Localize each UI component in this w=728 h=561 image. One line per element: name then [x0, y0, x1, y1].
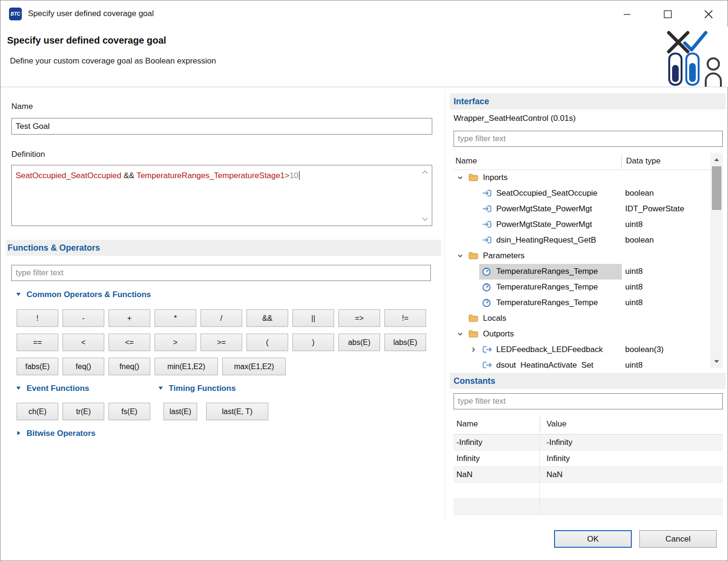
tree-row[interactable]: Locals [454, 311, 723, 326]
interface-filter-input[interactable] [454, 131, 723, 147]
tree-row[interactable]: SeatOccupied_SeatOccupieboolean [454, 186, 723, 201]
tree-row[interactable]: LEDFeedback_LEDFeedbackboolean(3) [454, 342, 723, 358]
column-divider[interactable] [621, 154, 622, 169]
constants-row[interactable]: -Infinity-Infinity [454, 434, 723, 451]
function-button[interactable]: labs(E) [384, 334, 426, 351]
scrollbar-down-button[interactable] [710, 356, 723, 367]
group-common-operators[interactable]: Common Operators & Functions [16, 290, 151, 299]
tree-row[interactable]: dsin_HeatingRequest_GetBboolean [454, 233, 723, 248]
function-button[interactable]: >= [200, 334, 242, 351]
tree-expander[interactable] [456, 174, 464, 181]
function-button[interactable]: feq() [63, 358, 104, 375]
column-divider[interactable] [540, 416, 540, 433]
function-button[interactable]: ( [246, 334, 288, 351]
constants-row[interactable]: NaNNaN [454, 467, 723, 483]
tree-row[interactable]: TemperatureRanges_Tempeuint8 [454, 280, 723, 295]
function-button[interactable]: => [338, 309, 380, 327]
tree-row[interactable]: dsout_HeatingActivate_Setuint8 [454, 358, 723, 368]
constant-name: Infinity [454, 451, 540, 466]
function-button[interactable]: / [200, 309, 242, 327]
constant-name: -Infinity [454, 434, 540, 450]
column-header-value[interactable]: Value [546, 419, 566, 429]
function-button[interactable]: == [17, 334, 58, 351]
function-button[interactable]: fabs(E) [17, 358, 58, 375]
function-button[interactable]: last(E, T) [206, 403, 268, 420]
column-header-datatype[interactable]: Data type [626, 156, 661, 166]
tree-row[interactable]: TemperatureRanges_Tempeuint8 [454, 295, 723, 311]
tree-item-label: SeatOccupied_SeatOccupie [496, 189, 598, 198]
twisty-right-icon [16, 429, 21, 438]
column-header-name[interactable]: Name [455, 156, 477, 166]
function-button[interactable]: max(E1,E2) [222, 358, 286, 375]
outport-icon [482, 361, 492, 368]
expander-closed-icon [470, 346, 477, 353]
constants-table-body: -Infinity-InfinityInfinityInfinityNaNNaN [454, 434, 723, 515]
function-button[interactable]: fneq() [109, 358, 150, 375]
app-icon: BTC [9, 8, 22, 20]
function-button[interactable]: < [63, 334, 104, 351]
function-button[interactable]: > [155, 334, 196, 351]
tree-item-label: PowerMgtState_PowerMgt [496, 204, 592, 214]
constants-filter-input[interactable] [454, 393, 723, 409]
function-button[interactable]: ch(E) [17, 403, 58, 420]
tree-item-datatype: uint8 [625, 282, 643, 292]
function-button[interactable]: min(E1,E2) [155, 358, 218, 375]
scroll-down-arrow[interactable] [420, 216, 429, 222]
tree-expander[interactable] [456, 330, 464, 338]
text-cursor [299, 171, 300, 180]
tree-scrollbar[interactable] [710, 153, 723, 368]
function-button[interactable]: * [155, 309, 196, 327]
scroll-up-arrow[interactable] [420, 169, 429, 175]
function-button[interactable]: + [109, 309, 150, 327]
definition-editor[interactable]: SeatOccupied_SeatOccupied && Temperature… [11, 165, 432, 226]
group-bitwise-operators[interactable]: Bitwise Operators [16, 429, 96, 438]
constant-name [454, 499, 540, 515]
scrollbar-up-button[interactable] [710, 154, 723, 165]
function-button[interactable]: <= [109, 334, 150, 351]
tree-item-label: Locals [483, 314, 506, 323]
cancel-button[interactable]: Cancel [639, 530, 717, 548]
close-button[interactable] [700, 7, 717, 22]
twisty-down-icon [16, 290, 21, 299]
function-button[interactable]: last(E) [164, 403, 197, 420]
tree-row[interactable]: Outports [454, 326, 723, 342]
parameter-icon [482, 283, 491, 292]
function-button[interactable]: - [63, 309, 104, 327]
outport-icon [482, 345, 492, 353]
group-event-functions[interactable]: Event Functions [16, 384, 89, 393]
function-button[interactable]: || [292, 309, 334, 327]
function-button[interactable]: ) [292, 334, 334, 351]
scrollbar-thumb[interactable] [712, 166, 721, 210]
constants-row[interactable] [454, 483, 723, 499]
function-button[interactable]: ! [17, 309, 58, 327]
function-button[interactable]: && [246, 309, 288, 327]
minimize-button[interactable] [619, 7, 636, 22]
functions-filter-input[interactable] [11, 265, 431, 281]
group-timing-functions[interactable]: Timing Functions [158, 384, 236, 393]
twisty-down-icon [158, 384, 164, 393]
tree-expander[interactable] [456, 252, 464, 260]
tree-row[interactable]: PowerMgtState_PowerMgtIDT_PowerState [454, 201, 723, 217]
tree-row[interactable]: Inports [454, 170, 723, 186]
tree-row[interactable]: TemperatureRanges_Tempeuint8 [454, 264, 723, 280]
name-input[interactable] [11, 118, 432, 135]
expander-open-icon [456, 174, 464, 181]
definition-token: TemperatureRanges_TemperatureStage1 [136, 171, 285, 180]
column-header-name[interactable]: Name [456, 419, 478, 429]
constants-row[interactable]: InfinityInfinity [454, 451, 723, 467]
function-button[interactable]: abs(E) [338, 334, 380, 351]
function-button[interactable]: != [384, 309, 426, 327]
maximize-button[interactable] [659, 7, 676, 22]
constant-name [454, 483, 540, 498]
ok-button[interactable]: OK [554, 530, 632, 548]
constants-row[interactable] [454, 499, 723, 515]
constant-name: NaN [454, 467, 540, 482]
function-button[interactable]: fs(E) [109, 403, 150, 420]
interface-section-header: Interface [450, 93, 726, 109]
function-button[interactable]: tr(E) [63, 403, 104, 420]
tree-row[interactable]: PowerMgtState_PowerMgtuint8 [454, 217, 723, 233]
tree-expander[interactable] [470, 346, 477, 353]
tree-row[interactable]: Parameters [454, 248, 723, 264]
tree-item-label: Parameters [483, 251, 525, 261]
interface-subject: Wrapper_SeatHeatControl (0.01s) [454, 114, 576, 123]
